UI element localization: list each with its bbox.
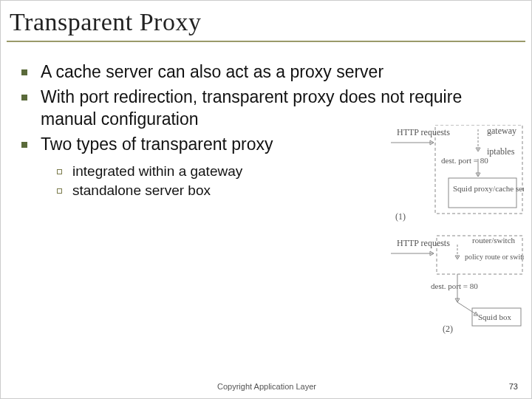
slide: Transparent Proxy A cache server can als…	[0, 0, 532, 399]
page-number: 73	[509, 382, 518, 391]
diagram-label: gateway	[487, 126, 516, 136]
diagram-label: Squid box	[478, 313, 511, 321]
footer-text: Copyright Application Layer	[1, 382, 532, 391]
sub-bullet-text: standalone server box	[72, 183, 211, 199]
bullet-text: A cache server can also act as a proxy s…	[41, 61, 383, 83]
bullet-text: With port redirection, transparent proxy…	[41, 86, 499, 131]
diagram-label: HTTP requests	[397, 238, 450, 248]
square-bullet-icon	[21, 95, 27, 100]
diagram-label: policy route or switch rules	[465, 253, 524, 261]
diagram-label: Squid proxy/cache server	[453, 184, 524, 193]
square-bullet-icon	[21, 142, 27, 148]
diagram-label: router/switch	[472, 236, 516, 245]
diagram-index: (1)	[395, 211, 406, 222]
diagram-label: dest. port = 80	[441, 156, 488, 165]
slide-title: Transparent Proxy	[10, 8, 522, 36]
hollow-square-icon	[57, 188, 62, 194]
hollow-square-icon	[57, 169, 62, 174]
diagram-label: HTTP requests	[397, 127, 450, 137]
sub-bullet-text: integrated within a gateway	[72, 163, 242, 180]
bullet-item: With port redirection, transparent proxy…	[13, 86, 519, 131]
title-area: Transparent Proxy	[7, 5, 525, 42]
diagram-label: iptables	[487, 146, 515, 157]
bullet-text: Two types of transparent proxy	[41, 134, 273, 156]
diagram-label: dest. port = 80	[431, 282, 478, 290]
slide-body: A cache server can also act as a proxy s…	[7, 42, 525, 208]
bullet-item: A cache server can also act as a proxy s…	[13, 61, 519, 83]
diagram-index: (2)	[443, 324, 453, 334]
square-bullet-icon	[21, 69, 27, 75]
proxy-diagram: HTTP requests gateway iptables dest. por…	[354, 125, 524, 335]
svg-rect-4	[449, 178, 516, 208]
